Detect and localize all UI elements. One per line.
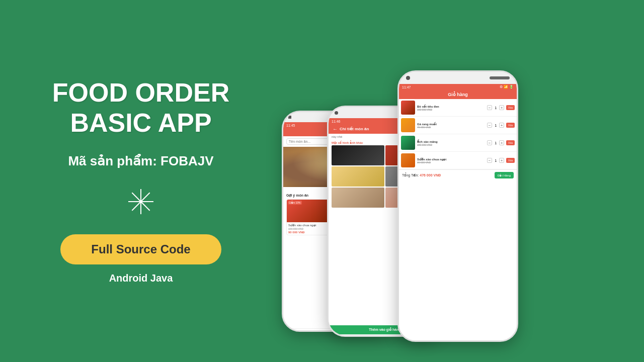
cart-item-qty-2[interactable]: − 1 +	[487, 123, 504, 128]
star-divider	[30, 189, 252, 214]
cart-total: Tổng Tiền: 476 000 VNĐ Đặt Hàng	[399, 169, 517, 180]
cart-item-1: Bò sốt tiêu đen 160 000 VNĐ − 1 + Xóa	[399, 99, 517, 117]
qty-minus-2[interactable]: −	[487, 123, 492, 128]
cart-item-qty-1[interactable]: − 1 +	[487, 105, 504, 110]
cart-header: Giỏ hàng	[399, 90, 517, 99]
detail-img-5	[332, 188, 384, 208]
cart-screen: 11:47 ⚙ 📶 🔋 Giỏ hàng Bò sốt tiêu đen 160…	[399, 84, 517, 342]
cart-item-qty-4[interactable]: − 1 +	[487, 158, 504, 163]
bottom-nav-right: 🏠 Đồ ăn 🛒 Giỏ hàng 📋 Phản hồi 📄 Liên hệ …	[399, 340, 517, 342]
cart-item-info-2: Gà rang muối 76 000 VNĐ	[417, 122, 485, 129]
detail-header-title: Chi tiết món ăn	[340, 127, 369, 131]
qty-num-1: 1	[493, 106, 498, 110]
main-title: FOOD ORDER BASIC APP	[30, 78, 252, 138]
qty-minus-4[interactable]: −	[487, 158, 492, 163]
discount-badge: Giảm 10%	[288, 201, 302, 205]
total-amount: 476 000 VNĐ	[420, 173, 441, 177]
detail-img-3	[332, 166, 384, 187]
qty-plus-3[interactable]: +	[499, 140, 504, 145]
cart-item-info-4: Sườn xào chua ngọt 90 000 VNĐ	[417, 157, 485, 164]
full-source-code-button[interactable]: Full Source Code	[60, 234, 221, 264]
phone-right: 11:47 ⚙ 📶 🔋 Giỏ hàng Bò sốt tiêu đen 160…	[397, 70, 518, 342]
cart-item-img-1	[401, 101, 415, 115]
nav-food-mid[interactable]: 🏠 Đồ ăn	[329, 336, 357, 337]
delete-btn-3[interactable]: Xóa	[506, 140, 515, 145]
delete-btn-2[interactable]: Xóa	[506, 123, 515, 128]
cart-icon: 🛒	[321, 330, 326, 332]
qty-minus-3[interactable]: −	[487, 140, 492, 145]
cart-item-img-2	[401, 118, 415, 132]
cart-item-info-3: Ếch xào măng 150 000 VNĐ	[417, 140, 485, 146]
product-code: Mã sản phẩm: FOBAJV	[30, 153, 252, 169]
detail-img-1	[332, 145, 384, 165]
qty-plus-2[interactable]: +	[499, 123, 504, 128]
order-button[interactable]: Đặt Hàng	[495, 172, 514, 178]
cart-item-img-4	[401, 153, 415, 167]
delete-btn-1[interactable]: Xóa	[506, 105, 515, 110]
cart-item-4: Sườn xào chua ngọt 90 000 VNĐ − 1 + Xóa	[399, 152, 517, 169]
decorative-star	[128, 189, 153, 214]
phones-area: 11:45 ⚙ Gợi ý món ăn Giảm 10% Sườn xào c…	[282, 0, 644, 362]
cart-item-2: Gà rang muối 76 000 VNĐ − 1 + Xóa	[399, 117, 517, 134]
qty-minus-1[interactable]: −	[487, 105, 492, 110]
qty-num-3: 1	[493, 141, 498, 145]
cart-item-qty-3[interactable]: − 1 +	[487, 140, 504, 145]
qty-plus-1[interactable]: +	[499, 105, 504, 110]
delete-btn-4[interactable]: Xóa	[506, 158, 515, 163]
cart-item-info-1: Bò sốt tiêu đen 160 000 VNĐ	[417, 105, 485, 111]
feedback-icon-mid: 📋	[396, 336, 401, 337]
qty-num-2: 1	[493, 124, 498, 127]
cart-icon-mid: 🛒	[368, 336, 373, 337]
total-label: Tổng Tiền: 476 000 VNĐ	[402, 173, 441, 177]
qty-plus-4[interactable]: +	[499, 158, 504, 163]
sub-label: Android Java	[30, 273, 252, 284]
nav-food[interactable]: 🏠 Đồ ăn	[283, 330, 310, 332]
home-icon: 🏠	[294, 330, 299, 332]
left-panel: FOOD ORDER BASIC APP Mã sản phẩm: FOBAJV…	[0, 58, 282, 304]
cart-item-img-3	[401, 136, 415, 150]
qty-num-4: 1	[493, 159, 498, 162]
statusbar-right: 11:47 ⚙ 📶 🔋	[399, 84, 517, 90]
home-icon-mid: 🏠	[340, 336, 345, 337]
nav-cart-mid[interactable]: 🛒 Giỏ hàng	[357, 336, 385, 337]
cart-item-3: Ếch xào măng 150 000 VNĐ − 1 + Xóa	[399, 134, 517, 152]
back-arrow-icon[interactable]: ←	[333, 126, 338, 132]
